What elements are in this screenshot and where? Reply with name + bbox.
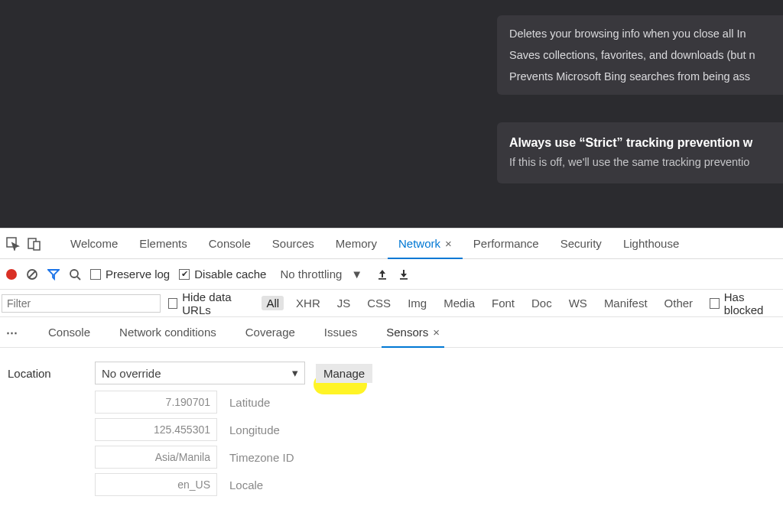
tab-performance[interactable]: Performance [463, 229, 550, 258]
tab-memory[interactable]: Memory [325, 229, 388, 258]
longitude-input[interactable] [95, 418, 217, 441]
svg-line-6 [77, 277, 80, 280]
svg-rect-7 [379, 278, 386, 280]
locale-label: Locale [229, 478, 263, 491]
drawer-tab-network-conditions[interactable]: Network conditions [115, 317, 221, 347]
browser-page-area: Deletes your browsing info when you clos… [0, 0, 783, 228]
tracking-prevention-card[interactable]: Always use “Strict” tracking prevention … [497, 122, 783, 183]
checkbox-icon [90, 269, 101, 280]
has-blocked-checkbox[interactable]: Has blocked [710, 290, 780, 316]
tab-sources[interactable]: Sources [262, 229, 325, 258]
devtools-tabs: Welcome Elements Console Sources Memory … [0, 229, 783, 259]
info-line: Deletes your browsing info when you clos… [509, 23, 783, 44]
checkbox-icon [179, 269, 190, 280]
location-label: Location [8, 367, 84, 380]
timezone-input[interactable] [95, 446, 217, 469]
toggle-device-icon[interactable] [28, 237, 41, 251]
disable-cache-label: Disable cache [194, 268, 266, 281]
card-subtitle: If this is off, we'll use the same track… [509, 156, 783, 168]
tab-welcome[interactable]: Welcome [60, 229, 128, 258]
chip-doc[interactable]: Doc [527, 296, 557, 310]
tab-network[interactable]: Network× [388, 229, 463, 258]
card-title: Always use “Strict” tracking prevention … [509, 136, 783, 150]
devtools-panel: Welcome Elements Console Sources Memory … [0, 228, 783, 514]
chip-css[interactable]: CSS [362, 296, 395, 310]
network-toolbar: Preserve log Disable cache No throttling… [0, 259, 783, 290]
checkbox-icon [168, 298, 178, 309]
throttling-select[interactable]: No throttling ▼ [275, 266, 367, 282]
drawer-tab-sensors[interactable]: Sensors× [382, 317, 444, 347]
clear-icon[interactable] [26, 268, 38, 281]
chip-font[interactable]: Font [487, 296, 519, 310]
network-filter-row: Hide data URLs All XHR JS CSS Img Media … [0, 290, 783, 317]
search-icon[interactable] [69, 268, 81, 281]
download-icon[interactable] [398, 268, 410, 281]
location-select[interactable]: No override ▾ [95, 362, 305, 384]
tab-lighthouse[interactable]: Lighthouse [612, 229, 690, 258]
filter-input[interactable] [2, 294, 161, 313]
longitude-label: Longitude [229, 423, 280, 436]
drawer-tab-coverage[interactable]: Coverage [241, 317, 300, 347]
chevron-down-icon: ▾ [292, 366, 298, 380]
chip-media[interactable]: Media [439, 296, 479, 310]
close-icon[interactable]: × [433, 326, 440, 339]
drawer-tab-issues[interactable]: Issues [320, 317, 362, 347]
info-line: Saves collections, favorites, and downlo… [509, 44, 783, 66]
chip-xhr[interactable]: XHR [291, 296, 325, 310]
info-line: Prevents Microsoft Bing searches from be… [509, 66, 783, 87]
manage-button[interactable]: Manage [316, 364, 372, 383]
inspect-element-icon[interactable] [6, 237, 20, 251]
chip-img[interactable]: Img [403, 296, 431, 310]
close-icon[interactable]: × [445, 237, 452, 250]
upload-icon[interactable] [376, 268, 388, 281]
svg-point-5 [70, 270, 78, 277]
tab-console[interactable]: Console [198, 229, 262, 258]
chip-manifest[interactable]: Manifest [599, 296, 652, 310]
drawer-tab-console[interactable]: Console [44, 317, 95, 347]
hide-data-urls-checkbox[interactable]: Hide data URLs [168, 290, 255, 316]
timezone-label: Timezone ID [229, 451, 294, 464]
chip-ws[interactable]: WS [564, 296, 592, 310]
preserve-log-checkbox[interactable]: Preserve log [90, 268, 170, 281]
tab-security[interactable]: Security [550, 229, 612, 258]
filter-icon[interactable] [47, 268, 60, 281]
more-tools-icon[interactable]: ⋯ [6, 326, 24, 339]
drawer-tabs: ⋯ Console Network conditions Coverage Is… [0, 317, 783, 348]
svg-line-4 [29, 271, 35, 277]
chip-all[interactable]: All [262, 296, 284, 310]
chip-js[interactable]: JS [333, 296, 356, 310]
svg-rect-8 [400, 278, 408, 280]
inprivate-info-card: Deletes your browsing info when you clos… [497, 15, 783, 95]
checkbox-icon [710, 298, 720, 309]
preserve-log-label: Preserve log [106, 268, 170, 281]
locale-input[interactable] [95, 473, 217, 496]
latitude-input[interactable] [95, 391, 217, 414]
sensors-panel: Location No override ▾ Manage Latitude L… [0, 348, 783, 514]
latitude-label: Latitude [229, 396, 270, 409]
tab-elements[interactable]: Elements [128, 229, 198, 258]
record-button[interactable] [6, 269, 17, 280]
svg-rect-2 [34, 242, 40, 250]
chip-other[interactable]: Other [660, 296, 698, 310]
disable-cache-checkbox[interactable]: Disable cache [179, 268, 266, 281]
